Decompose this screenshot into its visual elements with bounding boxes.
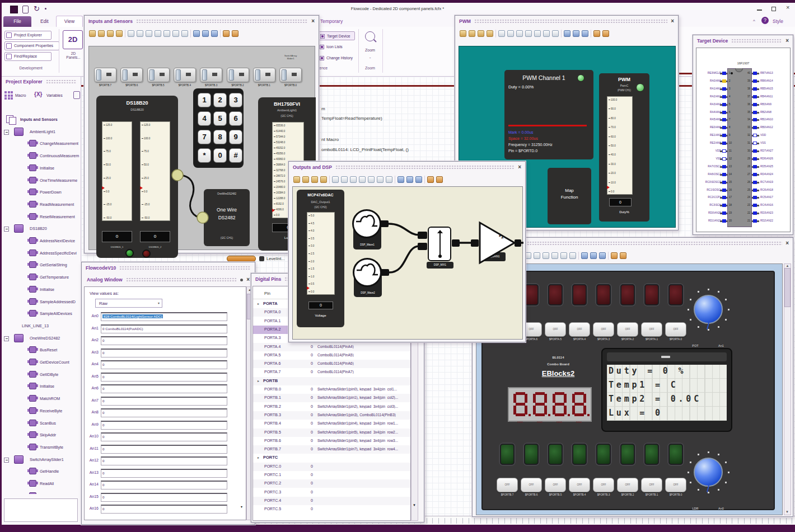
pin-pad[interactable] — [722, 126, 726, 129]
tree-item[interactable]: Initialise — [2, 163, 81, 173]
dsp-close-icon[interactable]: × — [518, 164, 521, 170]
raw-dropdown[interactable]: Raw ▾ — [95, 299, 162, 308]
analog-corner-arrow-icon[interactable]: ▾ — [241, 505, 242, 509]
tree-item[interactable]: ChangeMeasurement — [2, 139, 81, 149]
tree-item[interactable]: ReadAll — [2, 479, 81, 489]
tree-item[interactable]: ContinuousMeasurem — [2, 151, 81, 161]
tree-item[interactable]: Inputs and Sensors — [2, 115, 81, 125]
tree-item[interactable]: GetIDByte — [2, 370, 81, 380]
macro-label[interactable]: Macro — [15, 93, 26, 97]
pin-pad[interactable] — [753, 189, 757, 192]
group-arrow-icon[interactable]: ▸ — [258, 379, 259, 383]
toolbar-icon[interactable] — [582, 30, 588, 37]
toolbar-icon[interactable] — [599, 252, 606, 259]
scale-arrow-icon[interactable] — [272, 209, 275, 212]
toolbar-icon[interactable] — [406, 176, 413, 183]
pin-pad[interactable] — [722, 118, 726, 121]
analog-value-field[interactable]: 0 — [101, 384, 227, 393]
port-toggle-button[interactable]: OFF — [617, 478, 638, 492]
pin-pad[interactable] — [722, 142, 726, 145]
tree-expand-icon[interactable] — [4, 458, 9, 463]
toolbar-icon[interactable] — [436, 176, 443, 183]
digital-row[interactable]: PORTC.30 — [253, 488, 411, 497]
port-toggle-button[interactable]: OFF — [569, 322, 590, 337]
toolbar-icon[interactable] — [507, 30, 514, 37]
tree-item[interactable]: AddressSpecificDevi — [2, 248, 81, 258]
minimize-button[interactable] — [757, 10, 762, 11]
digital-scroll-down-icon[interactable]: ▼ — [413, 503, 416, 507]
pin-pad[interactable] — [753, 181, 757, 184]
pwm-channel-component[interactable]: PWM Channel 1 Duty = 0.00% Mark = 0.00us… — [504, 70, 593, 159]
toolbar-icon[interactable] — [311, 176, 318, 183]
variables-icon[interactable]: {X} — [34, 91, 42, 97]
digital-row[interactable]: PORTC.00 — [253, 463, 411, 471]
toolbar-icon[interactable] — [552, 30, 559, 37]
pin-pad[interactable] — [753, 87, 757, 91]
toolbar-icon[interactable] — [193, 30, 200, 37]
tree-expand-icon[interactable] — [4, 227, 9, 232]
tree-item[interactable]: SampleAddressedD — [2, 297, 81, 307]
tree-item[interactable]: TransmitByte — [2, 442, 81, 453]
digital-row[interactable]: PORTC.50 — [253, 505, 411, 514]
digital-row[interactable]: PORTC.10 — [253, 471, 411, 479]
port-toggle-button[interactable]: OFF — [593, 478, 614, 492]
eblocks-scrollbar[interactable]: ▲ ▼ — [784, 263, 791, 515]
port-toggle-button[interactable]: OFF — [641, 322, 662, 337]
pin-pad[interactable] — [753, 134, 757, 137]
pin-pad[interactable] — [753, 219, 757, 223]
pin-pad[interactable] — [722, 189, 726, 192]
analog-value-field[interactable]: 0 — [101, 336, 227, 345]
close-button[interactable]: × — [786, 4, 789, 11]
toolbar-icon[interactable] — [302, 176, 309, 183]
digital-row[interactable]: PORTA.60ComboBL0114(PinA6) — [253, 360, 411, 368]
analog-minimize-icon[interactable] — [240, 279, 243, 281]
help-icon[interactable]: ? — [761, 17, 769, 24]
target-close-icon[interactable]: × — [785, 38, 789, 44]
toolbar-icon[interactable] — [469, 30, 475, 37]
tree-item[interactable]: GetDeviceCount — [2, 357, 81, 368]
tree-item[interactable]: ReadState — [2, 491, 81, 494]
digital-row[interactable]: ▸PORTC — [253, 454, 411, 462]
toolbar-icon[interactable] — [89, 30, 96, 37]
digital-row[interactable]: PORTA.40ComboBL0114(PinA4) — [253, 343, 411, 351]
ribbon-button-component-properties[interactable]: Component Properties — [4, 41, 59, 50]
analog-value-field[interactable]: 0 — [101, 432, 227, 441]
toolbar-icon[interactable] — [211, 30, 218, 37]
toolbar-icon[interactable] — [359, 176, 366, 183]
toolbar-icon[interactable] — [620, 252, 626, 259]
toolbar-icon[interactable] — [172, 30, 179, 37]
toolbar-icon[interactable] — [543, 252, 549, 259]
analog-value-field[interactable]: 0 — [101, 505, 227, 514]
pin-pad[interactable] — [722, 196, 726, 199]
toolbar-icon[interactable] — [460, 30, 466, 37]
macro-icon[interactable] — [4, 91, 13, 100]
tree-item[interactable]: AddressNextDevice — [2, 236, 81, 246]
maximize-button[interactable] — [771, 7, 776, 11]
analog-close-icon[interactable]: × — [246, 277, 250, 283]
toolbar-icon[interactable] — [377, 176, 384, 183]
port-toggle-button[interactable]: OFF — [569, 478, 590, 492]
eblocks-scroll-thumb[interactable] — [784, 268, 791, 307]
toolbar-icon[interactable] — [137, 30, 143, 37]
pin-pad[interactable] — [753, 211, 757, 215]
ribbon-collapse-icon[interactable]: ^ — [753, 18, 755, 23]
pin-pad[interactable] — [753, 142, 757, 145]
pin-pad[interactable] — [753, 95, 757, 98]
digital-row[interactable]: PORTB.40SwitchArraySlider1(pin4), keypad… — [253, 420, 411, 428]
pin-pad[interactable] — [722, 72, 726, 75]
toolbar-icon[interactable] — [368, 176, 375, 183]
analog-value-field[interactable]: 0 ComboBL0114(PotADC) — [101, 324, 227, 333]
tree-item[interactable]: SkipAddr — [2, 430, 81, 440]
toolbar-icon[interactable] — [534, 252, 540, 259]
toolbar-icon[interactable] — [415, 176, 422, 183]
digital-row[interactable]: PORTB.20SwitchArraySlider1(pin2), keypad… — [253, 403, 411, 411]
variables-label[interactable]: Variables — [46, 93, 63, 97]
toolbar-icon[interactable] — [223, 30, 230, 37]
digital-row[interactable]: PORTB.70SwitchArraySlider1(pin7), keypad… — [253, 445, 411, 454]
analog-value-field[interactable]: 0 — [101, 493, 227, 502]
ldr-knob[interactable] — [694, 458, 723, 487]
pin-pad[interactable] — [753, 79, 757, 83]
toolbar-icon[interactable] — [581, 252, 588, 259]
flowcodev10-titlebar[interactable]: FlowcodeV10 — [82, 262, 255, 274]
tree-item[interactable]: Initialise — [2, 285, 81, 295]
